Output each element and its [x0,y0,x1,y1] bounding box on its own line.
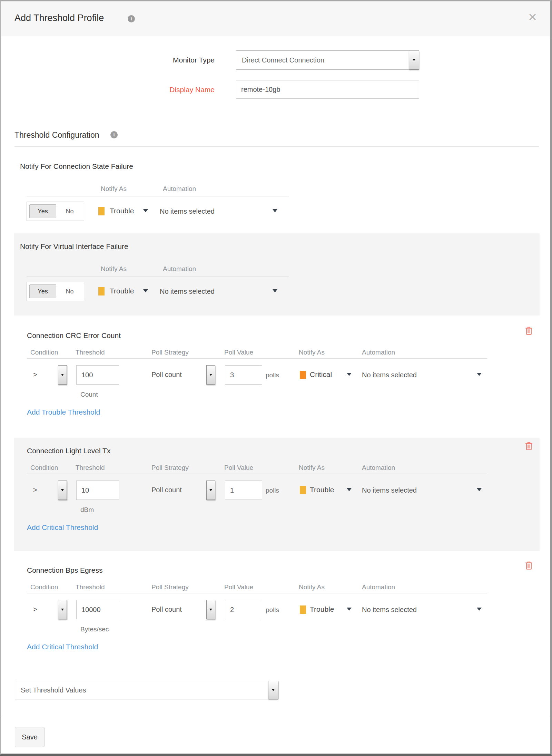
poll-strategy-value: Poll count [151,605,182,613]
chevron-down-icon[interactable] [143,289,148,292]
set-threshold-values-value: Set Threshold Values [21,681,86,699]
toggle-no-option[interactable]: No [58,204,81,218]
automation-select[interactable]: No items selected [362,486,417,494]
severity-select[interactable]: Trouble [310,486,334,494]
chevron-down-icon[interactable] [477,373,482,376]
section-title: Connection Bps Egress [27,566,102,574]
condition-select-button[interactable] [58,600,67,619]
chevron-down-icon[interactable] [273,289,277,292]
poll-value-unit: polls [266,371,279,379]
poll-value-input[interactable] [225,600,262,619]
add-threshold-profile-modal: { "modal": { "title": "Add Threshold Pro… [0,0,552,756]
divider [27,358,487,359]
display-name-input[interactable] [236,80,419,99]
poll-value-header: Poll Value [224,349,253,356]
chevron-down-icon[interactable] [347,488,352,491]
yes-no-toggle[interactable]: Yes No [27,202,84,221]
close-icon[interactable]: ✕ [528,12,537,23]
chevron-down-icon[interactable] [273,209,277,212]
condition-select-button[interactable] [58,365,67,385]
divider [27,593,487,593]
condition-value: > [33,371,37,379]
add-trouble-threshold-link[interactable]: Add Trouble Threshold [27,408,100,416]
chevron-down-icon[interactable] [143,209,148,212]
toggle-yes-option[interactable]: Yes [29,204,56,218]
poll-strategy-value: Poll count [151,371,182,379]
set-threshold-values-select[interactable]: Set Threshold Values [15,681,278,699]
chevron-down-icon[interactable] [477,608,482,611]
poll-value-header: Poll Value [224,464,253,472]
automation-header: Automation [163,265,196,273]
poll-value-input[interactable] [225,481,262,500]
save-button[interactable]: Save [15,727,45,747]
divider [1,716,552,716]
chevron-down-icon[interactable] [347,373,352,376]
automation-select[interactable]: No items selected [160,207,215,215]
add-critical-threshold-link[interactable]: Add Critical Threshold [27,523,98,532]
condition-value: > [33,486,37,494]
chevron-down-icon [409,51,419,69]
notify-connection-state-section: Notify For Connection State Failure Noti… [1,153,552,233]
toggle-yes-option[interactable]: Yes [29,284,56,298]
poll-strategy-header: Poll Strategy [151,464,189,472]
notify-as-header: Notify As [299,349,325,356]
notify-as-header: Notify As [299,583,325,591]
automation-select[interactable]: No items selected [160,288,215,295]
poll-strategy-select-button[interactable] [206,600,215,619]
yes-no-toggle[interactable]: Yes No [27,282,84,301]
chevron-down-icon[interactable] [347,608,352,611]
severity-select[interactable]: Critical [310,370,332,379]
metric-section-bps-egress: Connection Bps Egress Condition Threshol… [1,557,552,657]
poll-strategy-header: Poll Strategy [151,349,189,356]
severity-select[interactable]: Trouble [310,605,334,613]
info-icon[interactable]: i [110,131,118,138]
poll-value-input[interactable] [225,365,262,385]
threshold-unit: dBm [80,506,94,514]
add-critical-threshold-link[interactable]: Add Critical Threshold [27,643,98,651]
monitor-type-value: Direct Connect Connection [242,51,324,69]
divider [27,276,289,277]
automation-select[interactable]: No items selected [362,371,417,379]
severity-color-swatch [98,207,105,215]
info-icon[interactable]: i [128,15,135,22]
monitor-type-select[interactable]: Direct Connect Connection [236,50,419,70]
severity-color-swatch [300,605,306,614]
section-title: Connection Light Level Tx [27,447,110,455]
section-title: Notify For Virtual Interface Failure [20,242,128,251]
display-name-label: Display Name [111,86,215,94]
poll-value-header: Poll Value [224,583,253,591]
chevron-down-icon [268,681,278,699]
automation-header: Automation [362,464,395,472]
divider [14,146,539,147]
severity-color-swatch [98,287,105,295]
section-title: Connection CRC Error Count [27,331,121,340]
threshold-header: Threshold [76,583,105,591]
notify-as-header: Notify As [101,265,127,273]
threshold-input[interactable] [76,600,119,619]
severity-select[interactable]: Trouble [110,287,134,295]
poll-value-unit: polls [266,606,279,614]
toggle-no-option[interactable]: No [58,284,81,298]
monitor-type-label: Monitor Type [111,56,215,64]
poll-strategy-select-button[interactable] [206,481,215,500]
notify-as-header: Notify As [101,185,127,193]
delete-icon[interactable] [524,326,533,336]
delete-icon[interactable] [524,561,533,570]
divider [27,474,487,474]
poll-strategy-value: Poll count [151,486,182,494]
threshold-input[interactable] [76,481,119,500]
delete-icon[interactable] [524,441,533,451]
threshold-unit: Count [80,391,98,398]
severity-select[interactable]: Trouble [110,207,134,215]
notify-as-header: Notify As [299,464,325,472]
section-title: Notify For Connection State Failure [20,162,133,171]
automation-select[interactable]: No items selected [362,606,417,614]
condition-select-button[interactable] [58,481,67,500]
metric-section-crc-error-count: Connection CRC Error Count Condition Thr… [1,322,552,423]
poll-strategy-select-button[interactable] [206,365,215,385]
modal-header: Add Threshold Profile i ✕ [1,1,550,36]
metric-section-light-level-tx: Connection Light Level Tx Condition Thre… [1,438,552,551]
threshold-header: Threshold [76,464,105,472]
threshold-input[interactable] [76,365,119,385]
chevron-down-icon[interactable] [477,488,482,491]
